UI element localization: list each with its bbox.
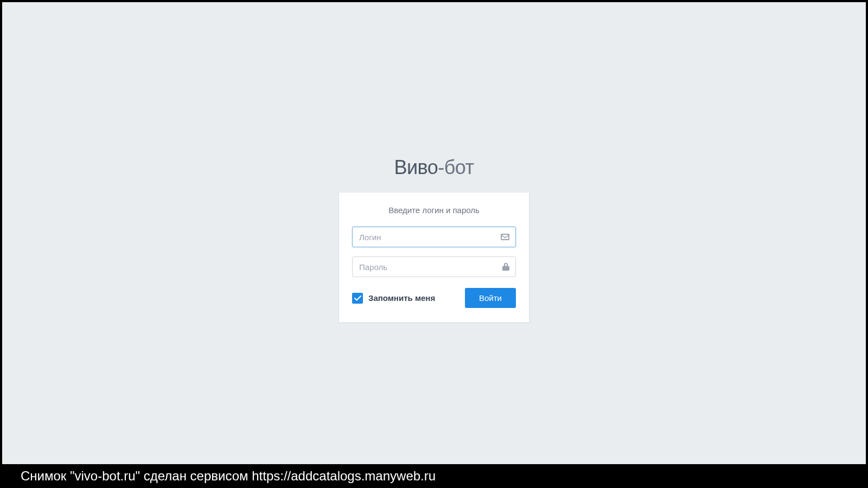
password-input-group xyxy=(352,256,516,277)
login-instruction: Введите логин и пароль xyxy=(352,206,516,215)
brand-title-light: -бот xyxy=(438,156,474,178)
remember-me-group[interactable]: Запомнить меня xyxy=(352,293,435,304)
brand-title-bold: Виво xyxy=(394,156,438,178)
envelope-icon xyxy=(501,234,509,240)
lock-icon xyxy=(502,263,509,271)
submit-button[interactable]: Войти xyxy=(465,288,516,308)
password-input[interactable] xyxy=(352,256,516,277)
checkmark-icon xyxy=(354,296,361,301)
page-background: Виво-бот Введите логин и пароль xyxy=(2,2,866,464)
screenshot-caption: Снимок "vivo-bot.ru" сделан сервисом htt… xyxy=(0,464,868,488)
login-container: Виво-бот Введите логин и пароль xyxy=(2,2,866,464)
login-input[interactable] xyxy=(352,227,516,247)
remember-me-label[interactable]: Запомнить меня xyxy=(368,293,435,303)
login-input-group xyxy=(352,227,516,247)
form-footer: Запомнить меня Войти xyxy=(352,288,516,308)
brand-title: Виво-бот xyxy=(394,156,474,179)
remember-me-checkbox[interactable] xyxy=(352,293,363,304)
login-card: Введите логин и пароль xyxy=(339,192,529,323)
